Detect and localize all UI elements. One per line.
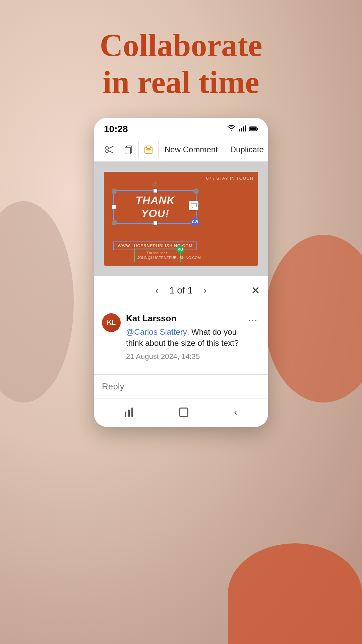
contact-line1: For Inquiries: bbox=[137, 251, 178, 255]
duplicate-button[interactable]: Duplicate bbox=[224, 142, 268, 158]
back-icon: ‹ bbox=[234, 407, 237, 418]
comment-section: KL Kat Larsson @Carlos Slattery, What do… bbox=[94, 305, 268, 374]
comment-mention: @Carlos Slattery bbox=[126, 327, 187, 336]
svg-rect-12 bbox=[125, 147, 130, 154]
scissors-icon bbox=[104, 145, 114, 155]
comment-header: KL Kat Larsson @Carlos Slattery, What do… bbox=[102, 313, 260, 361]
copy-icon bbox=[124, 145, 134, 155]
handle-tl[interactable] bbox=[112, 189, 117, 194]
page-content: Collaborate in real time 10:28 bbox=[0, 0, 362, 427]
headline-line1: Collaborate bbox=[100, 27, 262, 64]
more-options-button[interactable]: ⋯ bbox=[245, 313, 260, 327]
svg-point-8 bbox=[106, 150, 108, 153]
wifi-icon bbox=[227, 125, 235, 133]
bar3 bbox=[131, 408, 133, 417]
home-icon bbox=[179, 408, 188, 417]
close-comments-button[interactable]: ✕ bbox=[251, 284, 260, 297]
svg-line-10 bbox=[108, 151, 113, 153]
comment-bubble[interactable] bbox=[189, 201, 198, 210]
status-time: 10:28 bbox=[104, 124, 128, 135]
handle-bm[interactable] bbox=[153, 221, 158, 225]
handle-tr[interactable] bbox=[193, 189, 199, 194]
rotate-handle[interactable]: ↺ bbox=[152, 181, 159, 187]
toolbar: New Comment Duplicate Delete bbox=[94, 138, 268, 162]
pagination-text: 1 of 1 bbox=[169, 285, 193, 296]
pagination-bar: ‹ 1 of 1 › ✕ bbox=[94, 276, 268, 305]
menu-icon bbox=[125, 408, 133, 417]
status-icons bbox=[227, 125, 258, 133]
comment-timestamp: 21 August 2024, 14:35 bbox=[126, 352, 240, 361]
headline: Collaborate in real time bbox=[100, 27, 262, 101]
prev-page-button[interactable]: ‹ bbox=[150, 283, 164, 298]
copy-button[interactable] bbox=[119, 141, 139, 158]
contact-line2: JOHN@LUCERNEPUBLISHING.COM bbox=[137, 255, 178, 260]
nav-back-button[interactable]: ‹ bbox=[229, 404, 242, 420]
reply-section bbox=[94, 374, 268, 398]
bottom-nav: ‹ bbox=[94, 398, 268, 427]
svg-rect-2 bbox=[243, 126, 244, 131]
svg-rect-5 bbox=[257, 128, 258, 130]
reply-input[interactable] bbox=[102, 381, 260, 392]
comment-text: @Carlos Slattery, What do you think abou… bbox=[126, 326, 240, 349]
signal-icon bbox=[239, 125, 246, 133]
selected-element[interactable]: ↺ THANKYOU! bbox=[113, 190, 197, 224]
svg-rect-0 bbox=[239, 129, 240, 131]
comment-author: Kat Larsson bbox=[126, 313, 240, 324]
handle-bl[interactable] bbox=[112, 220, 117, 225]
thank-you-text: THANKYOU! bbox=[114, 191, 196, 223]
svg-rect-3 bbox=[245, 125, 246, 131]
svg-rect-14 bbox=[147, 146, 150, 149]
phone-mockup: 10:28 bbox=[94, 118, 268, 427]
avatar-image: KL bbox=[102, 313, 121, 332]
new-comment-button[interactable]: New Comment bbox=[159, 142, 224, 158]
kb-element: For Inquiries: JOHN@LUCERNEPUBLISHING.CO… bbox=[134, 249, 181, 262]
handle-tm[interactable] bbox=[153, 189, 158, 193]
next-page-button[interactable]: › bbox=[198, 283, 212, 298]
nav-menu-button[interactable] bbox=[119, 405, 138, 420]
battery-icon bbox=[249, 125, 258, 133]
nav-home-button[interactable] bbox=[174, 405, 194, 420]
avatar: KL bbox=[102, 313, 121, 332]
cw-badge: CW bbox=[191, 218, 199, 226]
bg-decor-bottom bbox=[228, 543, 362, 644]
kb-badge: KB bbox=[176, 245, 184, 253]
svg-rect-1 bbox=[241, 128, 242, 131]
handle-ml[interactable] bbox=[112, 205, 116, 209]
scissors-button[interactable] bbox=[99, 141, 119, 158]
svg-rect-6 bbox=[250, 127, 256, 130]
status-bar: 10:28 bbox=[94, 118, 268, 138]
canvas-area: 07 / STAY IN TOUCH ↺ THANKYOU! bbox=[94, 162, 268, 276]
headline-line2: in real time bbox=[100, 64, 262, 101]
bar1 bbox=[125, 412, 126, 417]
svg-point-7 bbox=[106, 147, 108, 149]
slide-tag: 07 / STAY IN TOUCH bbox=[206, 176, 253, 181]
slide-card: 07 / STAY IN TOUCH ↺ THANKYOU! bbox=[104, 172, 258, 266]
bar2 bbox=[128, 410, 130, 417]
thank-you-label: THANKYOU! bbox=[136, 194, 175, 220]
svg-line-9 bbox=[108, 146, 113, 149]
comment-body: Kat Larsson @Carlos Slattery, What do yo… bbox=[126, 313, 240, 361]
paste-button[interactable] bbox=[139, 141, 159, 158]
svg-rect-17 bbox=[191, 203, 196, 207]
paste-icon bbox=[143, 145, 154, 155]
